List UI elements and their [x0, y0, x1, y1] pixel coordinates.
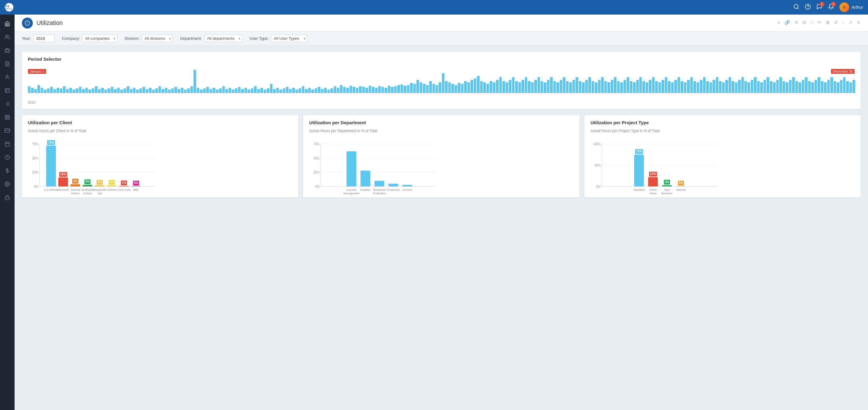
period-bar — [560, 80, 562, 93]
division-filter: Division: All divisions — [125, 35, 173, 42]
year-input[interactable] — [33, 35, 55, 42]
edit-action[interactable]: ✏ — [817, 20, 822, 26]
svg-rect-18 — [8, 118, 9, 119]
bar — [83, 185, 92, 187]
period-bar — [674, 80, 677, 93]
period-bar — [416, 80, 419, 93]
period-bar — [260, 88, 263, 93]
sidebar-item-contacts[interactable] — [2, 72, 13, 83]
company-select[interactable]: All companies — [82, 35, 117, 42]
period-bar — [388, 86, 390, 93]
svg-text:50%: 50% — [313, 157, 319, 160]
period-bar — [66, 89, 69, 93]
help-icon[interactable] — [805, 4, 811, 11]
link-action[interactable]: 🔗 — [784, 20, 790, 26]
sidebar-item-tasks[interactable] — [2, 58, 13, 69]
period-bar — [349, 86, 352, 93]
period-bar — [636, 80, 639, 93]
period-bar — [331, 88, 333, 93]
division-select[interactable]: All divisions — [142, 35, 173, 42]
refresh-action[interactable]: ↺ — [834, 20, 838, 26]
period-bar — [407, 85, 409, 93]
share-action[interactable]: ↗ — [848, 20, 852, 26]
period-bar — [509, 80, 511, 93]
period-chart[interactable] — [28, 69, 855, 93]
bar-chart-svg: 100%50%0%75%Standard22%AdminHours3%NewBu… — [590, 138, 855, 199]
sidebar-item-users[interactable] — [2, 32, 13, 42]
sidebar-item-settings[interactable] — [2, 179, 13, 190]
close-action[interactable]: ✕ — [795, 20, 799, 26]
app-logo[interactable]: skills WORKFLOW — [5, 3, 13, 11]
department-select[interactable]: All departments — [205, 35, 242, 42]
project-type-chart-subtitle: Actual Hours per Project Type in % of To… — [590, 129, 855, 133]
sidebar-item-reports[interactable] — [2, 85, 13, 96]
grid-action[interactable]: ⊞ — [826, 20, 830, 26]
bar — [119, 186, 129, 187]
svg-text:Management: Management — [343, 192, 360, 195]
period-bar — [474, 78, 476, 93]
sidebar-item-lock[interactable] — [2, 192, 13, 203]
period-bar — [362, 87, 365, 93]
svg-text:16%: 16% — [60, 172, 66, 176]
dismiss-action[interactable]: ✕ — [857, 20, 861, 26]
search-icon[interactable] — [793, 4, 799, 11]
period-bar — [222, 86, 225, 93]
period-bar — [248, 90, 250, 93]
period-bar — [267, 88, 269, 93]
svg-text:Creative: Creative — [360, 188, 371, 191]
period-bar — [671, 82, 674, 93]
page-actions: + 🔗 ✕ ⧉ □ ✏ ⊞ ↺ ↓ ↗ ✕ — [777, 20, 861, 26]
topnav: skills WORKFLOW 1 2 A Arthur — [0, 0, 868, 14]
period-bar — [296, 90, 298, 93]
period-bar — [324, 88, 327, 93]
period-bar — [852, 80, 855, 93]
download-action[interactable]: ↓ — [842, 20, 845, 26]
messages-icon[interactable]: 1 — [816, 4, 823, 11]
period-bar — [477, 76, 479, 93]
sidebar-item-timer[interactable] — [2, 152, 13, 163]
notifications-icon[interactable]: 2 — [828, 4, 834, 11]
period-bar — [626, 77, 629, 93]
period-bar — [652, 77, 654, 93]
svg-point-0 — [794, 4, 798, 8]
sidebar-item-home[interactable] — [2, 18, 13, 29]
copy-action[interactable]: ⧉ — [803, 20, 806, 26]
sidebar-item-card[interactable] — [2, 125, 13, 136]
usertype-select[interactable]: All User Types — [271, 35, 307, 42]
period-bar — [241, 89, 244, 93]
period-year-label: 2019 — [28, 100, 855, 104]
period-bar — [92, 88, 94, 93]
period-bar — [28, 86, 30, 93]
period-bar — [181, 88, 183, 93]
period-bar — [117, 88, 120, 93]
svg-text:Airlines: Airlines — [83, 192, 92, 195]
svg-text:Unilever: Unilever — [106, 188, 117, 191]
period-bar — [292, 88, 294, 93]
period-bar — [646, 82, 648, 93]
period-selector-title: Period Selector — [28, 57, 855, 62]
period-bar — [611, 80, 613, 93]
add-action[interactable]: + — [777, 20, 780, 26]
sidebar-item-list[interactable] — [2, 98, 13, 109]
svg-text:3%: 3% — [85, 180, 90, 183]
sidebar-item-finance[interactable] — [2, 165, 13, 176]
user-menu[interactable]: A Arthur — [839, 2, 863, 12]
period-bar — [378, 86, 380, 93]
period-bar — [579, 81, 581, 93]
svg-text:0%: 0% — [34, 185, 38, 188]
period-bar — [193, 70, 196, 93]
sidebar-item-projects[interactable] — [2, 45, 13, 56]
period-bar — [767, 77, 769, 93]
period-bar — [601, 77, 603, 93]
period-bar — [522, 80, 524, 93]
period-bar — [429, 81, 432, 93]
svg-text:Megatrade: Megatrade — [93, 188, 106, 191]
bar — [648, 177, 658, 187]
period-bar — [273, 89, 276, 93]
period-bar — [257, 89, 260, 93]
expand-action[interactable]: □ — [810, 20, 813, 26]
period-bar — [830, 77, 833, 93]
sidebar-item-grid[interactable] — [2, 112, 13, 123]
period-bar — [439, 82, 441, 93]
sidebar-item-calendar[interactable] — [2, 138, 13, 150]
